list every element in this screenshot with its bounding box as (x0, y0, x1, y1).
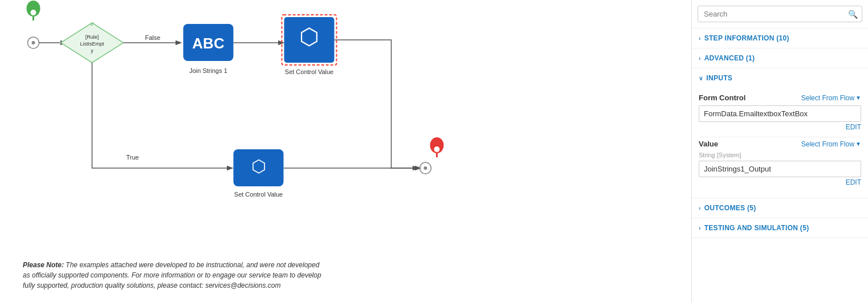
start-pin-hole (31, 10, 36, 15)
svg-text:⬡: ⬡ (251, 157, 266, 176)
svg-point-9 (424, 166, 427, 170)
svg-point-11 (434, 146, 440, 152)
testing-chevron: › (699, 225, 701, 231)
false-label: False (145, 34, 161, 41)
form-control-caret: ▼ (855, 95, 861, 101)
svg-text:⬡: ⬡ (299, 24, 319, 49)
inputs-chevron: ∨ (699, 75, 703, 81)
svg-text:ListIsEmpt: ListIsEmpt (80, 41, 104, 47)
inputs-divider (699, 137, 861, 137)
form-control-select-label: Select From Flow (801, 94, 854, 102)
value-value-box[interactable]: JoinStrings1_Output (699, 161, 861, 177)
testing-section: › TESTING AND SIMULATION (5) (692, 218, 868, 238)
note-body: The examples attached were developed to … (23, 261, 321, 289)
set-control-bottom-label: Set Control Value (234, 191, 283, 198)
step-information-header[interactable]: › STEP INFORMATION (10) (692, 28, 868, 48)
arrow-true-path (92, 63, 232, 168)
advanced-label: ADVANCED (1) (704, 54, 755, 62)
inputs-label: INPUTS (706, 74, 732, 82)
value-caret: ▼ (855, 141, 861, 147)
svg-text:ABC: ABC (192, 35, 225, 52)
value-row: Value Select From Flow ▼ (699, 140, 861, 148)
value-edit[interactable]: EDIT (699, 178, 861, 186)
step-info-label: STEP INFORMATION (10) (704, 34, 789, 42)
inputs-header[interactable]: ∨ INPUTS (692, 68, 868, 88)
form-control-label: Form Control (699, 93, 745, 102)
flow-canvas: [Rule] ListIsEmpt y ✓ False ABC Join Str… (0, 0, 691, 302)
value-select-label: Select From Flow (801, 140, 854, 148)
note-bold: Please Note: (23, 261, 64, 269)
advanced-chevron: › (699, 55, 701, 62)
inputs-content: Form Control Select From Flow ▼ FormData… (692, 88, 868, 198)
right-panel: 🔍 › STEP INFORMATION (10) › ADVANCED (1)… (691, 0, 868, 302)
advanced-section: › ADVANCED (1) (692, 48, 868, 68)
inputs-section: ∨ INPUTS Form Control Select From Flow ▼… (692, 68, 868, 198)
value-select-from-flow[interactable]: Select From Flow ▼ (801, 140, 861, 148)
form-control-row: Form Control Select From Flow ▼ (699, 93, 861, 102)
search-input[interactable] (698, 6, 862, 22)
form-control-select-from-flow[interactable]: Select From Flow ▼ (801, 94, 861, 102)
note-text: Please Note: The examples attached were … (23, 260, 325, 291)
outcomes-chevron: › (699, 205, 701, 211)
form-control-edit[interactable]: EDIT (699, 123, 861, 131)
advanced-header[interactable]: › ADVANCED (1) (692, 48, 868, 68)
set-control-top-label: Set Control Value (285, 68, 333, 75)
form-control-value-box[interactable]: FormData.EmailtextboxTextBox (699, 105, 861, 122)
step-info-chevron: › (699, 35, 701, 42)
join-strings-label: Join Strings 1 (189, 67, 227, 74)
svg-text:✓: ✓ (90, 21, 95, 27)
svg-text:y: y (91, 48, 93, 54)
value-label: Value (699, 140, 718, 148)
value-sub-label: String [System] (699, 152, 861, 158)
search-icon: 🔍 (848, 10, 858, 19)
outcomes-section: › OUTCOMES (5) (692, 198, 868, 218)
svg-text:[Rule]: [Rule] (85, 34, 99, 40)
step-information-section: › STEP INFORMATION (10) (692, 28, 868, 48)
true-label: True (127, 154, 139, 161)
svg-point-0 (32, 41, 35, 44)
testing-header[interactable]: › TESTING AND SIMULATION (5) (692, 218, 868, 238)
flow-diagram: [Rule] ListIsEmpt y ✓ False ABC Join Str… (0, 0, 691, 302)
outcomes-label: OUTCOMES (5) (704, 204, 756, 212)
testing-label: TESTING AND SIMULATION (5) (704, 224, 809, 232)
arrow-top-to-end (335, 40, 420, 168)
outcomes-header[interactable]: › OUTCOMES (5) (692, 198, 868, 218)
search-bar-container: 🔍 (692, 0, 868, 28)
